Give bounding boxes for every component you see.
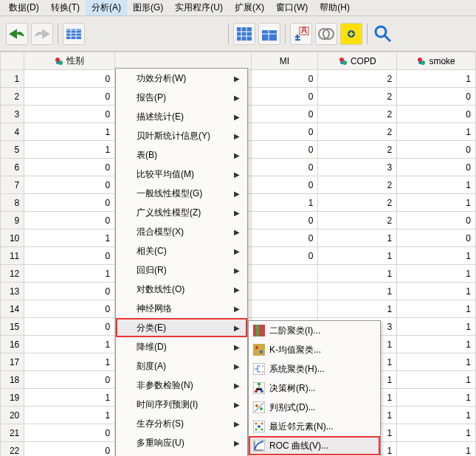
menu-item[interactable]: 广义线性模型(Z)▶ (116, 203, 247, 222)
menu-data[interactable]: 数据(D) (3, 0, 45, 15)
row-header[interactable]: 19 (1, 389, 24, 407)
submenu-item[interactable]: 最近邻元素(N)... (249, 417, 380, 436)
cell[interactable]: 0 (24, 194, 115, 212)
menu-graphs[interactable]: 图形(G) (127, 0, 169, 15)
submenu-item[interactable]: 决策树(R)... (249, 379, 380, 398)
cell[interactable]: 1 (251, 194, 318, 212)
cell[interactable]: 1 (24, 407, 115, 424)
row-header[interactable]: 14 (1, 300, 24, 318)
cell[interactable]: 0 (251, 88, 318, 106)
cell[interactable] (251, 300, 318, 318)
menu-item[interactable]: 报告(P)▶ (116, 88, 247, 107)
cell[interactable]: 1 (397, 336, 476, 353)
grid2-button[interactable] (258, 23, 280, 45)
cell[interactable]: 0 (397, 88, 476, 106)
cell[interactable]: 0 (24, 283, 115, 300)
cell[interactable]: 0 (251, 212, 318, 229)
menu-item[interactable]: 比较平均值(M)▶ (116, 165, 247, 184)
cell[interactable]: 0 (24, 371, 115, 389)
grid1-button[interactable] (233, 23, 255, 45)
row-header[interactable]: 16 (1, 336, 24, 353)
cell[interactable]: 2 (318, 212, 397, 229)
cell[interactable]: 1 (397, 318, 476, 336)
cell[interactable]: 0 (24, 88, 115, 106)
add-button[interactable] (340, 23, 362, 45)
cell[interactable]: 2 (318, 70, 397, 88)
menu-transform[interactable]: 转换(T) (45, 0, 86, 15)
label-button[interactable]: A (290, 23, 312, 45)
menu-item[interactable]: 多重响应(U)▶ (116, 433, 247, 452)
row-header[interactable]: 2 (1, 88, 24, 106)
submenu-item[interactable]: 二阶聚类(I)... (249, 321, 380, 340)
cell[interactable]: 0 (24, 159, 115, 176)
cell[interactable]: 2 (318, 176, 397, 194)
row-header[interactable]: 8 (1, 194, 24, 212)
cell[interactable]: 1 (397, 265, 476, 283)
cell[interactable]: 1 (397, 194, 476, 212)
cell[interactable]: 1 (24, 336, 115, 353)
cell[interactable]: 1 (24, 353, 115, 371)
row-header[interactable]: 12 (1, 265, 24, 283)
cell[interactable]: 1 (397, 389, 476, 407)
cell[interactable]: 1 (318, 265, 397, 283)
cell[interactable]: 2 (318, 106, 397, 123)
cell[interactable]: 1 (318, 300, 397, 318)
cell[interactable]: 1 (24, 123, 115, 141)
venn-button[interactable] (315, 23, 337, 45)
menu-item[interactable]: 降维(D)▶ (116, 337, 247, 356)
row-header[interactable]: 20 (1, 407, 24, 424)
cell[interactable]: 0 (251, 141, 318, 159)
cell[interactable]: 1 (397, 300, 476, 318)
cell[interactable]: 0 (397, 106, 476, 123)
col-header-hidden[interactable] (115, 52, 251, 70)
cell[interactable]: 1 (397, 70, 476, 88)
cell[interactable]: 0 (24, 442, 115, 457)
row-header[interactable]: 6 (1, 159, 24, 176)
menu-item[interactable]: 描述统计(E)▶ (116, 107, 247, 126)
menu-extensions[interactable]: 扩展(X) (229, 0, 270, 15)
menu-item[interactable]: 回归(R)▶ (116, 260, 247, 280)
cell[interactable]: 3 (318, 159, 397, 176)
cell[interactable]: 1 (397, 353, 476, 371)
row-header[interactable]: 11 (1, 247, 24, 265)
cell[interactable]: 0 (251, 229, 318, 247)
cell[interactable]: 0 (397, 229, 476, 247)
menu-window[interactable]: 窗口(W) (270, 0, 314, 15)
cell[interactable]: 0 (24, 300, 115, 318)
col-header-smoke[interactable]: smoke (397, 52, 476, 70)
cell[interactable] (251, 283, 318, 300)
col-header-sex[interactable]: 性别 (24, 52, 115, 70)
cell[interactable]: 1 (24, 389, 115, 407)
row-header[interactable]: 13 (1, 283, 24, 300)
cell[interactable]: 1 (397, 176, 476, 194)
row-header[interactable]: 18 (1, 371, 24, 389)
cell[interactable]: 0 (397, 212, 476, 229)
row-header[interactable]: 5 (1, 141, 24, 159)
menu-item[interactable]: 刻度(A)▶ (116, 356, 247, 376)
cell[interactable]: 0 (24, 70, 115, 88)
cell[interactable]: 1 (24, 229, 115, 247)
cell[interactable]: 0 (397, 141, 476, 159)
menu-item[interactable]: 非参数检验(N)▶ (116, 376, 247, 395)
menu-item[interactable]: 神经网络▶ (116, 299, 247, 318)
menu-help[interactable]: 帮助(H) (314, 0, 356, 15)
row-header[interactable]: 1 (1, 70, 24, 88)
submenu-item[interactable]: ROC 曲线(V)... (249, 436, 380, 455)
menu-item[interactable]: 功效分析(W)▶ (116, 69, 247, 88)
cell[interactable]: 1 (397, 371, 476, 389)
search-button[interactable] (372, 23, 394, 45)
cell[interactable]: 1 (397, 283, 476, 300)
redo-button[interactable] (31, 23, 53, 45)
menu-item[interactable]: 一般线性模型(G)▶ (116, 184, 247, 203)
submenu-item[interactable]: K-均值聚类... (249, 340, 380, 359)
submenu-item[interactable]: 系统聚类(H)... (249, 359, 380, 379)
menu-item[interactable]: 对数线性(O)▶ (116, 280, 247, 299)
cell[interactable]: 0 (24, 318, 115, 336)
menu-item[interactable]: 时间序列预测(I)▶ (116, 395, 247, 414)
cell[interactable]: 1 (397, 442, 476, 457)
row-header[interactable]: 4 (1, 123, 24, 141)
menu-item[interactable]: 混合模型(X)▶ (116, 222, 247, 241)
cell[interactable]: 1 (318, 283, 397, 300)
cell[interactable]: 2 (318, 123, 397, 141)
cell[interactable]: 0 (251, 123, 318, 141)
